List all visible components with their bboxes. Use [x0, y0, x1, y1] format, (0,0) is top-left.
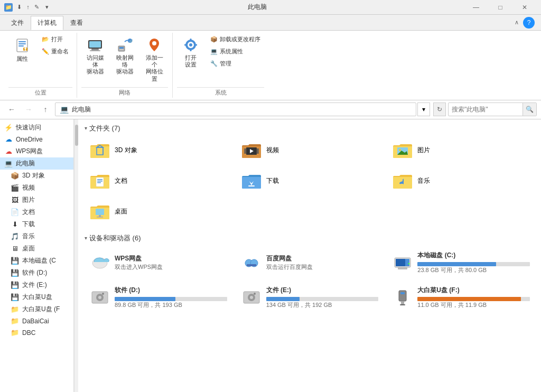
- sidebar-item-this-pc[interactable]: 💻 此电脑: [0, 157, 73, 170]
- search-input[interactable]: [449, 106, 523, 113]
- window-title: 此电脑: [51, 3, 464, 12]
- drive-item-d[interactable]: 软件 (D:) 89.8 GB 可用，共 193 GB: [85, 282, 232, 313]
- sidebar-soft-d-icon: 💾: [11, 268, 19, 277]
- ribbon-btn-rename[interactable]: ✏️ 重命名: [38, 46, 72, 57]
- drive-bar-container-f: [417, 297, 530, 301]
- sidebar-item-soft-d[interactable]: 💾 软件 (D:): [0, 267, 73, 279]
- sidebar-item-music[interactable]: 🎵 音乐: [0, 230, 73, 242]
- sidebar-label-wps: WPS网盘: [16, 147, 43, 156]
- ribbon-btn-properties[interactable]: 属性: [8, 34, 36, 66]
- drive-item-wps[interactable]: WPS网盘 双击进入WPS网盘: [85, 247, 232, 278]
- forward-button[interactable]: →: [21, 102, 36, 117]
- sidebar-item-videos[interactable]: 🎬 视频: [0, 182, 73, 194]
- drive-item-c[interactable]: 本地磁盘 (C:) 23.8 GB 可用，共 80.0 GB: [387, 247, 535, 278]
- svg-rect-62: [400, 292, 405, 294]
- ribbon-btn-manage[interactable]: 🔧 管理: [207, 58, 264, 69]
- folder-item-3d[interactable]: 3D 对象: [85, 137, 232, 164]
- ribbon-btn-sys-props[interactable]: 💻 系统属性: [207, 46, 264, 57]
- sidebar-label-pictures: 图片: [22, 195, 35, 204]
- ribbon-btn-map-drive[interactable]: 🔗 映射网络驱动器: [111, 34, 138, 78]
- drive-item-e[interactable]: 文件 (E:) 134 GB 可用，共 192 GB: [236, 282, 384, 313]
- properties-icon: [14, 37, 31, 54]
- tab-view[interactable]: 查看: [63, 16, 90, 30]
- drive-bar-d: [115, 297, 175, 301]
- devices-section-header: ▾ 设备和驱动器 (6): [85, 234, 535, 243]
- ribbon-btn-uninstall[interactable]: 📦 卸载或更改程序: [207, 34, 264, 45]
- help-button[interactable]: ?: [523, 17, 535, 29]
- sidebar-item-dabaicai[interactable]: 📁 DaBaiCai: [0, 315, 73, 327]
- sidebar-label-file-e: 文件 (E:): [22, 281, 47, 290]
- sidebar-scrollbar[interactable]: [74, 119, 78, 392]
- ribbon-group-system: 打开设置 📦 卸载或更改程序 💻 系统属性 🔧 管理 系统: [173, 33, 268, 98]
- drive-bar-c: [417, 262, 496, 266]
- add-location-label: 添加一个网络位置: [143, 54, 165, 82]
- sidebar-item-usb[interactable]: 💾 大白菜U盘: [0, 291, 73, 303]
- ribbon-btn-open[interactable]: 📂 打开: [38, 34, 72, 45]
- refresh-button[interactable]: ↻: [433, 102, 446, 116]
- sidebar-label-usb: 大白菜U盘: [22, 293, 52, 302]
- sidebar-label-dabai-f: 大白菜U盘 (F: [22, 305, 60, 314]
- ribbon-collapse-btn[interactable]: ∧: [512, 18, 521, 27]
- tab-computer[interactable]: 计算机: [31, 16, 63, 30]
- folder-item-documents[interactable]: 文档: [85, 168, 232, 194]
- maximize-button[interactable]: □: [488, 0, 512, 15]
- sidebar-item-dbc[interactable]: 📁 DBC: [0, 327, 73, 339]
- sidebar-usb-icon: 💾: [11, 293, 19, 301]
- sidebar-item-documents[interactable]: 📄 文档: [0, 206, 73, 218]
- ribbon: 属性 📂 打开 ✏️ 重命名 位置: [0, 31, 541, 100]
- drive-item-baidu[interactable]: 百度网盘 双击运行百度网盘: [236, 247, 384, 278]
- sidebar-scrollbar-thumb[interactable]: [75, 125, 78, 146]
- drive-bar-container-d: [115, 297, 227, 301]
- drive-bar-f: [417, 297, 521, 301]
- sidebar-item-3d[interactable]: 📦 3D 对象: [0, 170, 73, 182]
- up-button[interactable]: ↑: [38, 102, 53, 117]
- folder-item-downloads[interactable]: 下载: [236, 168, 384, 194]
- drive-sub-wps: 双击进入WPS网盘: [115, 263, 227, 271]
- folder-name-desktop: 桌面: [115, 207, 127, 216]
- folder-item-videos[interactable]: 视频: [236, 137, 384, 164]
- close-button[interactable]: ✕: [512, 0, 537, 15]
- address-path[interactable]: 💻 此电脑: [55, 102, 416, 116]
- drive-item-f[interactable]: 大白菜U盘 (F:) 11.0 GB 可用，共 11.9 GB: [387, 282, 535, 313]
- sidebar-item-wps[interactable]: ☁ WPS网盘: [0, 145, 73, 157]
- folder-name-3d: 3D 对象: [115, 146, 137, 155]
- folder-icon-pictures: [392, 141, 413, 160]
- sidebar-item-quick-access[interactable]: ⚡ 快速访问: [0, 122, 73, 134]
- svg-point-60: [254, 293, 256, 295]
- folder-item-music[interactable]: 音乐: [387, 168, 535, 194]
- folder-item-desktop[interactable]: 桌面: [85, 199, 232, 225]
- sidebar-item-dabai-f[interactable]: 📁 大白菜U盘 (F: [0, 303, 73, 315]
- drive-sub-f: 11.0 GB 可用，共 11.9 GB: [417, 301, 530, 309]
- folder-name-docs: 文档: [115, 176, 127, 185]
- title-bar: 📁 ⬇ ↑ ✎ ▾ 此电脑 — □ ✕: [0, 0, 541, 15]
- back-button[interactable]: ←: [4, 102, 19, 117]
- sidebar-item-onedrive[interactable]: ☁ OneDrive: [0, 134, 73, 145]
- sidebar-item-pictures[interactable]: 🖼 图片: [0, 194, 73, 206]
- sidebar-item-disk-c[interactable]: 💾 本地磁盘 (C: [0, 255, 73, 267]
- sidebar-item-downloads[interactable]: ⬇ 下载: [0, 218, 73, 230]
- drive-sub-c: 23.8 GB 可用，共 80.0 GB: [417, 266, 530, 274]
- ribbon-btn-media[interactable]: 访问媒体驱动器: [81, 34, 109, 78]
- path-text: 此电脑: [72, 105, 91, 114]
- folder-item-pictures[interactable]: 图片: [387, 137, 535, 164]
- ribbon-btn-add-location[interactable]: 添加一个网络位置: [141, 34, 168, 85]
- tab-file[interactable]: 文件: [4, 16, 31, 30]
- sidebar-label-videos: 视频: [22, 183, 35, 192]
- drive-sub-e: 134 GB 可用，共 192 GB: [266, 301, 379, 309]
- sidebar-item-file-e[interactable]: 💾 文件 (E:): [0, 279, 73, 291]
- sidebar-label-3d: 3D 对象: [22, 171, 45, 180]
- settings-label: 打开设置: [185, 54, 197, 68]
- ribbon-network-items: 访问媒体驱动器 🔗 映射网络驱动器: [81, 34, 168, 85]
- minimize-button[interactable]: —: [464, 0, 488, 15]
- address-dropdown[interactable]: ▾: [417, 102, 430, 116]
- ribbon-group-location: 属性 📂 打开 ✏️ 重命名 位置: [4, 33, 77, 98]
- ribbon-btn-settings[interactable]: 打开设置: [177, 34, 204, 71]
- svg-rect-37: [97, 181, 102, 182]
- drive-icon-d: [89, 287, 110, 308]
- drive-icon-c: [392, 252, 413, 273]
- devices-toggle[interactable]: ▾: [85, 235, 87, 241]
- folders-toggle[interactable]: ▾: [85, 125, 87, 131]
- sidebar-item-desktop[interactable]: 🖥 桌面: [0, 242, 73, 255]
- search-button[interactable]: 🔍: [523, 102, 536, 116]
- network-group-label: 网络: [81, 87, 168, 97]
